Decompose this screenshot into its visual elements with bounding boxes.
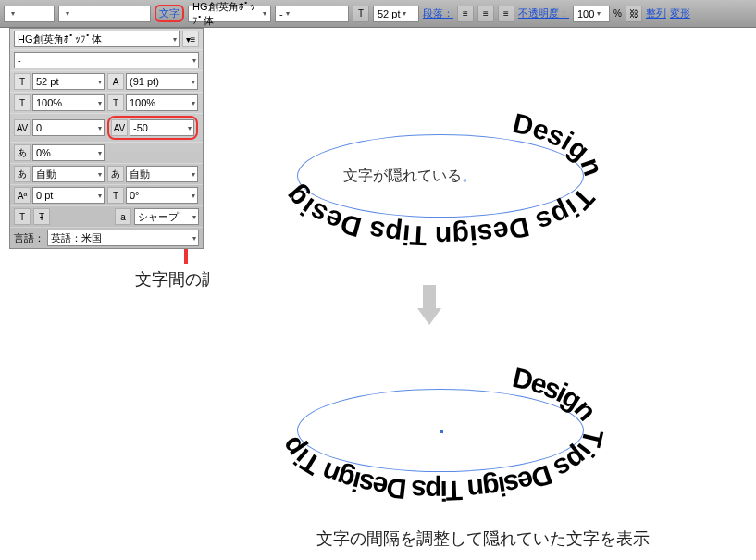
transform-panel-link[interactable]: 変形 <box>670 6 690 20</box>
aa-value: シャープ <box>138 210 179 224</box>
panel-aki-field[interactable]: 自動 <box>126 166 198 182</box>
leading-icon: A <box>107 73 124 90</box>
panel-size-field[interactable]: 52 pt <box>32 73 105 90</box>
baseline-shift-icon: Aª <box>14 187 31 204</box>
align-left-icon[interactable]: ≡ <box>457 6 474 22</box>
character-menu-link[interactable]: 文字 <box>159 7 180 19</box>
panel-tsume-field[interactable]: 0% <box>32 144 105 161</box>
align-center-icon[interactable]: ≡ <box>477 6 494 22</box>
aa-icon: a <box>115 208 131 225</box>
lang-field[interactable]: 英語：米国 <box>47 230 199 246</box>
align-panel-link[interactable]: 整列 <box>646 6 666 20</box>
hscale-icon: T <box>14 94 31 111</box>
panel-vscale-field[interactable]: 100% <box>126 94 198 111</box>
panel-vscale-value: 100% <box>130 97 155 108</box>
tracking-highlight: AV-50 <box>107 116 198 140</box>
aki-icon: あ <box>107 166 124 182</box>
font-style-dropdown[interactable]: - <box>275 6 349 22</box>
text-on-path-after-svg: Design Tips Design Tips Design Tips Desi… <box>255 324 626 518</box>
font-size-pic: T <box>14 73 31 90</box>
panel-menu-icon[interactable]: ▾≡ <box>182 31 199 47</box>
panel-tsume-value: 0% <box>36 147 51 158</box>
rotation-icon: T <box>107 187 124 204</box>
panel-leading-field[interactable]: (91 pt) <box>126 73 198 90</box>
style-dropdown[interactable] <box>58 6 151 22</box>
font-style-value: - <box>279 8 283 19</box>
lang-value: 英語：米国 <box>51 231 102 245</box>
font-family-dropdown[interactable]: HG創英角ﾎﾟｯﾌﾟ体 <box>188 6 271 22</box>
tracking-icon: AV <box>111 119 128 136</box>
align-right-icon[interactable]: ≡ <box>498 6 514 22</box>
panel-baseshift-field[interactable]: 0 pt <box>32 187 105 204</box>
panel-baseline-value: 自動 <box>36 168 56 181</box>
vscale-icon: T <box>107 94 124 111</box>
progress-arrow-icon <box>417 285 441 327</box>
opacity-percent: % <box>613 8 622 19</box>
opacity-value: 100 <box>577 8 594 19</box>
panel-tracking-value: -50 <box>133 122 148 133</box>
font-size-icon: T <box>353 6 369 22</box>
ellipse-after: Design Tips Design Tips Design Tips Desi… <box>255 324 626 518</box>
panel-font-style-value: - <box>18 55 21 66</box>
panel-baseshift-value: 0 pt <box>36 190 53 201</box>
canvas-area: Design Tips Design Tips Design Tips Desi… <box>209 28 756 560</box>
hidden-text-annotation: 文字が隠れている。 <box>343 167 477 186</box>
panel-hscale-field[interactable]: 100% <box>32 94 105 111</box>
opacity-field[interactable]: 100 <box>573 6 610 22</box>
font-family-value: HG創英角ﾎﾟｯﾌﾟ体 <box>192 0 260 28</box>
panel-baseline-field[interactable]: 自動 <box>32 166 105 182</box>
panel-size-value: 52 pt <box>36 76 58 87</box>
text-on-path-after[interactable]: Design Tips Design Tips Design Tips Desi… <box>255 324 610 506</box>
bottom-caption: 文字の間隔を調整して隠れていた文字を表示 <box>209 528 756 550</box>
panel-rotation-field[interactable]: 0° <box>126 187 198 204</box>
opacity-label[interactable]: 不透明度： <box>518 6 569 20</box>
panel-hscale-value: 100% <box>36 97 62 108</box>
character-panel: HG創英角ﾎﾟｯﾌﾟ体 ▾≡ - T52 pt A(91 pt) T100% T… <box>9 28 204 249</box>
panel-rotation-value: 0° <box>130 190 140 201</box>
faux-t-icon[interactable]: Ŧ <box>33 208 50 225</box>
panel-kerning-value: 0 <box>36 122 42 133</box>
panel-tracking-field[interactable]: -50 <box>130 119 194 136</box>
panel-font-family-value: HG創英角ﾎﾟｯﾌﾟ体 <box>18 32 102 46</box>
tsume-icon: あ <box>14 144 31 161</box>
panel-font-style[interactable]: - <box>14 52 199 68</box>
kerning-icon: AV <box>14 119 31 136</box>
panel-leading-value: (91 pt) <box>130 76 159 87</box>
panel-aki-value: 自動 <box>130 168 150 181</box>
baseline-icon: あ <box>14 166 31 182</box>
tool-preset-dropdown[interactable] <box>4 6 55 22</box>
panel-font-family[interactable]: HG創英角ﾎﾟｯﾌﾟ体 <box>14 31 180 47</box>
chain-icon[interactable]: ⛓ <box>626 6 642 22</box>
panel-kerning-field[interactable]: 0 <box>32 119 105 136</box>
paragraph-link[interactable]: 段落： <box>423 6 453 20</box>
text-on-path-before[interactable]: Design Tips Design Tips Design Tips Desi… <box>255 69 609 252</box>
character-menu-highlight: 文字 <box>155 5 184 22</box>
aa-field[interactable]: シャープ <box>134 208 199 225</box>
lang-label: 言語： <box>14 231 44 245</box>
font-size-value: 52 pt <box>378 8 400 19</box>
top-toolbar: 文字 HG創英角ﾎﾟｯﾌﾟ体 - T 52 pt 段落： ≡ ≡ ≡ 不透明度：… <box>0 0 756 28</box>
bold-t-icon[interactable]: T <box>14 208 31 225</box>
font-size-dropdown[interactable]: 52 pt <box>373 6 419 22</box>
ellipse-before: Design Tips Design Tips Design Tips Desi… <box>255 69 626 264</box>
